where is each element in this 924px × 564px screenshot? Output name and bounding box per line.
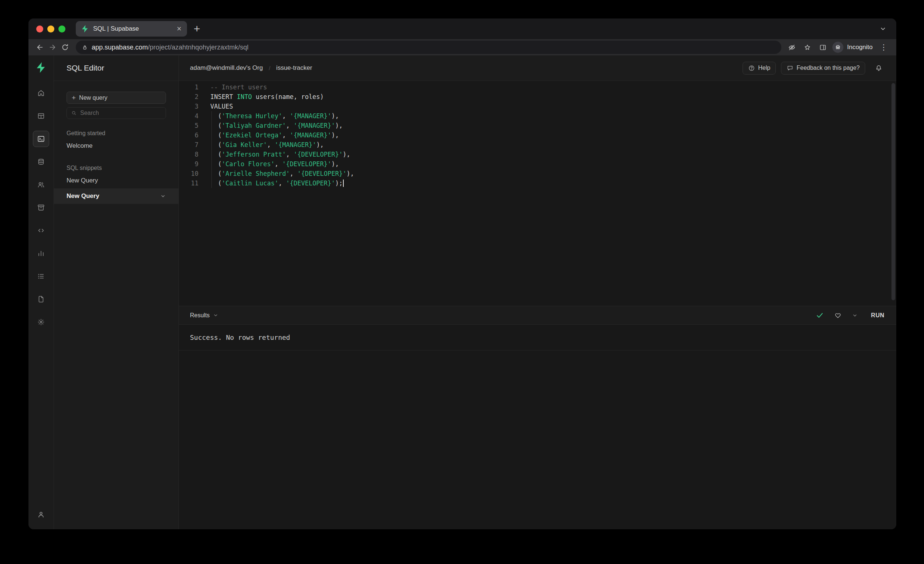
rail-item-sql-editor[interactable] (33, 131, 49, 147)
code-line[interactable]: 7 ('Gia Keller', '{MANAGER}'), (179, 140, 896, 150)
sidebar-item-welcome[interactable]: Welcome (54, 138, 178, 154)
code-line[interactable]: 5 ('Taliyah Gardner', '{MANAGER}'), (179, 121, 896, 130)
url-domain: app.supabase.com (92, 43, 148, 51)
code-text: VALUES (198, 102, 233, 111)
header-actions: Help Feedback on this page? (742, 61, 885, 75)
search-input[interactable] (80, 110, 162, 116)
speech-bubble-icon (786, 64, 794, 72)
line-number: 6 (179, 130, 198, 140)
zoom-window-button[interactable] (58, 25, 65, 33)
rail-item-storage[interactable] (33, 199, 49, 216)
plus-icon: + (72, 94, 76, 101)
code-text: ('Jefferson Pratt', '{DEVELOPER}'), (198, 150, 350, 159)
sidebar-title: SQL Editor (66, 64, 104, 72)
back-button[interactable] (34, 41, 46, 54)
code-text: ('Theresa Hurley', '{MANAGER}'), (198, 111, 339, 121)
rail-item-edge-functions[interactable] (33, 222, 49, 239)
browser-window: SQL | Supabase × + app.supabase.com/proj… (28, 18, 896, 529)
sidebar-header: SQL Editor (54, 55, 178, 81)
code-lines: 1-- Insert users2INSERT INTO users(name,… (179, 82, 896, 188)
results-dropdown[interactable]: Results (190, 312, 218, 319)
main-header: adam@windmill.dev's Org / issue-tracker … (179, 55, 896, 81)
results-label: Results (190, 312, 210, 319)
code-line[interactable]: 6 ('Ezekiel Ortega', '{MANAGER}'), (179, 130, 896, 140)
address-bar[interactable]: app.supabase.com/project/azahtnhqohyjerz… (76, 40, 782, 54)
editor-scrollbar[interactable] (891, 83, 895, 300)
minimize-window-button[interactable] (47, 25, 54, 33)
sidebar-item-label: Welcome (66, 142, 93, 150)
browser-tab[interactable]: SQL | Supabase × (76, 21, 187, 37)
notifications-bell-icon[interactable] (872, 61, 885, 75)
favorite-heart-icon[interactable] (834, 312, 842, 319)
code-line[interactable]: 3VALUES (179, 102, 896, 111)
rail-item-settings[interactable] (33, 314, 49, 330)
results-bar: Results RUN (179, 306, 896, 325)
sidebar-item-new-query[interactable]: New Query (54, 173, 178, 188)
tab-close-icon[interactable]: × (176, 25, 182, 33)
nav-rail (28, 55, 54, 529)
code-line[interactable]: 4 ('Theresa Hurley', '{MANAGER}'), (179, 111, 896, 121)
nav-rail-items (33, 85, 49, 337)
account-icon[interactable] (33, 506, 49, 523)
rail-item-logs[interactable] (33, 268, 49, 284)
privacy-eye-icon[interactable] (786, 41, 798, 53)
code-text: ('Taliyah Gardner', '{MANAGER}'), (198, 121, 343, 130)
help-label: Help (758, 64, 770, 71)
help-button[interactable]: Help (742, 62, 776, 75)
supabase-logo-icon[interactable] (35, 61, 47, 74)
sidebar-section-label: Getting started (66, 130, 166, 137)
close-window-button[interactable] (36, 25, 43, 33)
breadcrumb-project[interactable]: issue-tracker (276, 64, 312, 72)
line-number: 3 (179, 102, 198, 111)
sidebar-section: Getting startedWelcome (66, 130, 166, 154)
results-chevron-icon (213, 313, 218, 318)
line-number: 11 (179, 178, 198, 188)
line-number: 7 (179, 140, 198, 150)
table-icon (37, 112, 45, 120)
code-line[interactable]: 8 ('Jefferson Pratt', '{DEVELOPER}'), (179, 150, 896, 159)
main-panel: adam@windmill.dev's Org / issue-tracker … (179, 55, 896, 529)
sidebar-item-new-query[interactable]: New Query (54, 188, 178, 204)
sql-code-editor[interactable]: 1-- Insert users2INSERT INTO users(name,… (179, 81, 896, 306)
code-line[interactable]: 9 ('Carlo Flores', '{DEVELOPER}'), (179, 159, 896, 169)
code-text: ('Carlo Flores', '{DEVELOPER}'), (198, 159, 339, 169)
code-line[interactable]: 10 ('Arielle Shepherd', '{DEVELOPER}'), (179, 169, 896, 178)
sidebar-item-label: New Query (66, 192, 99, 200)
incognito-avatar[interactable] (832, 42, 843, 53)
indent-guide (212, 111, 212, 188)
results-actions: RUN (816, 310, 885, 321)
search-box[interactable] (66, 107, 166, 119)
breadcrumb-org[interactable]: adam@windmill.dev's Org (190, 64, 263, 72)
lock-icon (82, 44, 88, 51)
side-panel-icon[interactable] (817, 41, 829, 53)
run-button[interactable]: RUN (868, 310, 885, 321)
code-text: -- Insert users (198, 82, 267, 92)
new-query-button[interactable]: + New query (66, 91, 166, 104)
browser-menu-icon[interactable]: ⋮ (878, 41, 890, 53)
bookmark-star-icon[interactable] (801, 41, 813, 53)
results-empty-area (179, 350, 896, 529)
tab-search-chevron-icon[interactable] (879, 25, 886, 33)
users-icon (37, 181, 45, 189)
code-line[interactable]: 1-- Insert users (179, 82, 896, 92)
supabase-favicon-icon (81, 24, 90, 33)
rail-item-api-docs[interactable] (33, 291, 49, 307)
rail-item-table-editor[interactable] (33, 108, 49, 124)
code-line[interactable]: 2INSERT INTO users(name, roles) (179, 92, 896, 102)
sidebar-section-label: SQL snippets (66, 165, 166, 171)
run-options-chevron-icon[interactable] (852, 313, 858, 319)
rail-item-home[interactable] (33, 85, 49, 101)
line-number: 2 (179, 92, 198, 102)
rail-item-auth[interactable] (33, 177, 49, 193)
browser-toolbar: app.supabase.com/project/azahtnhqohyjerz… (28, 39, 896, 55)
sidebar-sections: Getting startedWelcomeSQL snippetsNew Qu… (66, 119, 166, 204)
reload-button[interactable] (59, 41, 71, 54)
rail-item-reports[interactable] (33, 245, 49, 262)
terminal-icon (37, 135, 45, 143)
chevron-down-icon[interactable] (160, 193, 166, 199)
new-tab-button[interactable]: + (194, 23, 200, 34)
feedback-button[interactable]: Feedback on this page? (781, 62, 865, 75)
rail-item-database[interactable] (33, 154, 49, 170)
code-line[interactable]: 11 ('Caitlin Lucas', '{DEVELOPER}'); (179, 178, 896, 188)
forward-button[interactable] (46, 41, 59, 54)
